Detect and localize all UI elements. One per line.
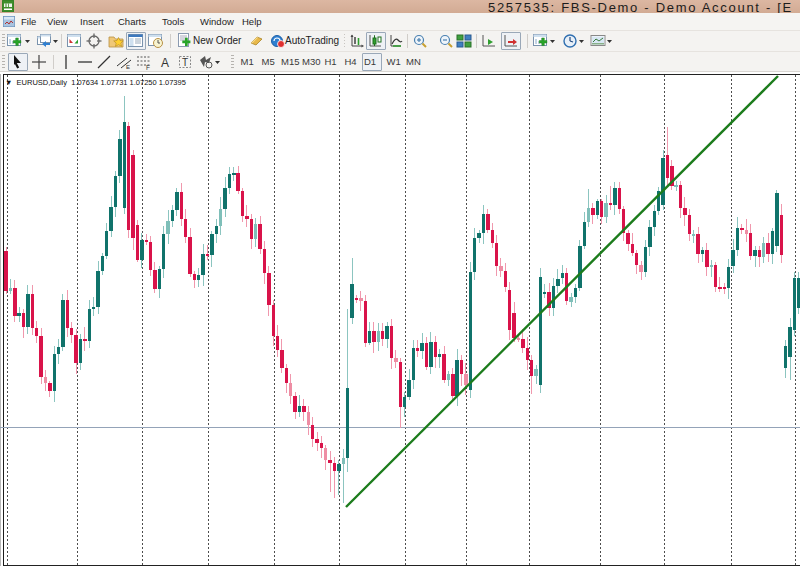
svg-text:F: F <box>146 64 150 70</box>
svg-text:T: T <box>182 57 188 68</box>
svg-text:E: E <box>126 64 130 70</box>
svg-text:A: A <box>161 56 169 70</box>
